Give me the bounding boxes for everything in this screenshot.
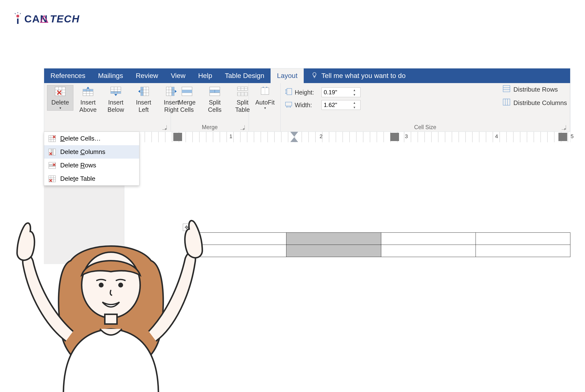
ribbon-tabs: References Mailings Review View Help Tab…	[44, 68, 570, 83]
autofit-icon	[259, 86, 271, 97]
document-table[interactable]	[192, 232, 570, 257]
tab-stop-icon[interactable]	[390, 133, 399, 141]
delete-cells-icon	[49, 135, 56, 142]
tab-layout[interactable]: Layout	[271, 68, 304, 83]
svg-rect-58	[503, 86, 510, 92]
distribute-columns-icon	[502, 98, 510, 108]
spin-up-icon[interactable]: ▲	[351, 88, 358, 92]
tab-view[interactable]: View	[165, 68, 192, 83]
table-delete-x-icon	[54, 86, 67, 97]
autofit-button[interactable]: AutoFit ▾	[252, 85, 278, 111]
svg-rect-57	[285, 102, 292, 106]
distribute-columns-button[interactable]: Distribute Columns	[502, 98, 567, 108]
svg-rect-14	[83, 89, 93, 91]
insert-left-button[interactable]: InsertLeft	[130, 85, 157, 114]
lightbulb-icon	[311, 72, 318, 80]
tab-stop-icon[interactable]	[558, 133, 567, 141]
tell-me-text: Tell me what you want to do	[321, 72, 406, 80]
split-cells-button[interactable]: SplitCells	[202, 85, 228, 114]
svg-point-92	[118, 282, 123, 288]
indent-marker-icon[interactable]	[290, 132, 298, 137]
spin-up-icon[interactable]: ▲	[351, 100, 358, 105]
svg-rect-20	[111, 91, 121, 94]
svg-rect-40	[182, 90, 192, 93]
ruler-tick: 4	[495, 133, 498, 140]
chevron-down-icon: ▾	[60, 106, 61, 110]
delete-menu: Delete Cells… Delete Cells… Delete Colum…	[44, 132, 139, 186]
table-row	[192, 245, 570, 257]
insert-above-icon	[82, 86, 94, 97]
tell-me-search[interactable]: Tell me what you want to do	[304, 72, 570, 80]
indent-marker-icon[interactable]	[290, 137, 298, 142]
width-label: Width:	[295, 102, 319, 109]
split-table-icon	[236, 86, 249, 97]
logo-a-icon	[40, 14, 48, 22]
delete-columns-icon	[49, 148, 56, 156]
table-row	[192, 233, 570, 245]
logo: CAN TECH	[15, 12, 80, 25]
svg-marker-5	[41, 16, 48, 22]
insert-above-button[interactable]: InsertAbove	[75, 85, 101, 114]
delete-table-icon	[49, 176, 56, 182]
tab-table-design[interactable]: Table Design	[218, 68, 271, 83]
tab-review[interactable]: Review	[130, 68, 165, 83]
svg-rect-61	[503, 99, 510, 105]
svg-rect-93	[105, 314, 117, 324]
menu-delete-rows[interactable]: Delete Rows Delete Rows	[44, 158, 139, 172]
width-icon	[285, 100, 292, 110]
delete-rows-icon	[49, 162, 56, 169]
expand-icon[interactable]	[561, 125, 566, 130]
svg-point-91	[99, 282, 104, 288]
menu-delete-table[interactable]: Delete Table Delete Table	[44, 172, 139, 186]
height-icon	[285, 88, 292, 97]
chevron-down-icon: ▾	[264, 106, 266, 110]
logo-i-icon	[15, 13, 24, 24]
height-value[interactable]	[322, 89, 351, 96]
tab-stop-icon[interactable]	[173, 133, 182, 141]
spin-down-icon[interactable]: ▼	[351, 92, 358, 97]
merge-cells-icon	[181, 86, 193, 97]
insert-below-button[interactable]: InsertBelow	[103, 85, 129, 114]
distribute-rows-button[interactable]: Distribute Rows	[502, 85, 567, 94]
merge-group-label: Merge	[202, 124, 218, 130]
ruler-tick: 1	[229, 133, 232, 140]
merge-cells-button[interactable]: MergeCells	[174, 85, 200, 114]
svg-line-1	[15, 13, 16, 14]
delete-button[interactable]: Delete ▾	[47, 85, 73, 110]
ruler-tick: 5	[570, 133, 573, 140]
ribbon: Delete ▾	[44, 83, 570, 132]
tab-help[interactable]: Help	[192, 68, 219, 83]
height-label: Height:	[295, 89, 319, 96]
logo-tech: TECH	[50, 13, 80, 24]
width-value[interactable]	[322, 102, 351, 108]
menu-delete-cells[interactable]: Delete Cells… Delete Cells…	[44, 132, 139, 145]
menu-delete-columns[interactable]: Delete Columns Delete Columns	[44, 145, 139, 158]
tab-references[interactable]: References	[44, 68, 92, 83]
height-input[interactable]: ▲▼	[321, 88, 360, 97]
svg-line-2	[20, 13, 21, 14]
distribute-rows-icon	[502, 85, 510, 94]
cellsize-group-label: Cell Size	[414, 124, 436, 130]
split-cells-icon	[208, 86, 221, 97]
insert-below-icon	[110, 86, 122, 97]
expand-icon[interactable]	[162, 125, 167, 130]
svg-point-3	[16, 14, 19, 18]
width-input[interactable]: ▲▼	[321, 100, 360, 110]
character-illustration	[0, 210, 219, 392]
insert-left-icon	[137, 86, 150, 97]
svg-rect-4	[17, 18, 19, 24]
tab-mailings[interactable]: Mailings	[92, 68, 130, 83]
expand-icon[interactable]	[240, 125, 245, 130]
ruler-tick: 3	[405, 133, 408, 140]
ruler-tick: 2	[320, 133, 322, 140]
svg-rect-26	[141, 87, 143, 96]
svg-rect-56	[287, 88, 292, 95]
spin-down-icon[interactable]: ▼	[351, 105, 358, 110]
